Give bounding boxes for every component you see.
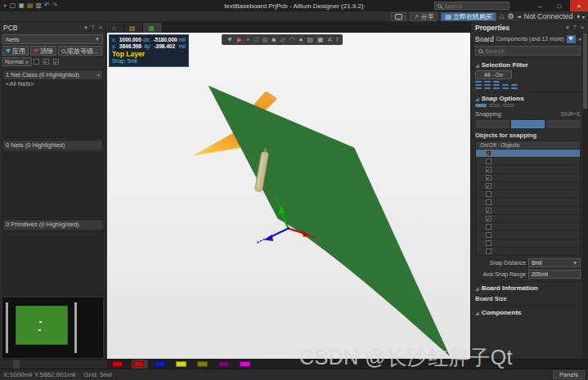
panel-tab-navigator[interactable]: [7, 360, 13, 369]
apply-filter-button[interactable]: 应用: [2, 46, 29, 56]
snapping-segment-0[interactable]: [475, 119, 510, 129]
select-mode-dropdown[interactable]: Normal▼: [2, 57, 32, 66]
arc-tool-icon[interactable]: ◠: [290, 34, 295, 45]
snap-object-row[interactable]: [476, 157, 580, 165]
clear-filter-button[interactable]: 清除: [30, 46, 56, 56]
filter-tracks-button[interactable]: [475, 84, 482, 86]
document-tab-1[interactable]: ▤: [124, 23, 144, 33]
pointer-tool-icon[interactable]: ▼: [227, 34, 233, 45]
scope-selector[interactable]: Components (and 12 more): [496, 36, 564, 42]
place-tool-icon[interactable]: +: [246, 34, 250, 45]
snap-object-row[interactable]: [476, 247, 580, 255]
checkbox-icon[interactable]: ✓: [486, 216, 491, 221]
properties-scrollbar[interactable]: [582, 33, 588, 359]
layer-set-chip[interactable]: [110, 360, 127, 369]
fill-tool-icon[interactable]: ■: [272, 34, 276, 45]
checkbox-icon[interactable]: ✓: [486, 167, 491, 172]
panel-close-icon[interactable]: ×: [99, 25, 102, 31]
snap-options-section[interactable]: ◢Snap Options: [475, 92, 581, 104]
pad-tool-icon[interactable]: ◎: [263, 34, 268, 45]
panel-tab-projects[interactable]: [0, 360, 7, 369]
panel-dropdown-icon[interactable]: ▾: [566, 25, 569, 31]
filter-arcs-button[interactable]: [484, 84, 491, 86]
pcb-3d-canvas[interactable]: x:1000.000 dx:-5180.000 mil y:3846.598 d…: [107, 33, 470, 359]
snap-object-row[interactable]: [476, 239, 580, 247]
layer-chip-4[interactable]: [217, 360, 233, 369]
checkbox-icon[interactable]: ✓: [486, 208, 491, 213]
zoom-level-button[interactable]: 缩放等级...: [58, 46, 102, 56]
document-tab-2[interactable]: ▦: [143, 23, 163, 33]
checkbox-icon[interactable]: [486, 224, 491, 230]
snap-distance-dropdown[interactable]: 8mil▼: [528, 258, 581, 267]
checkbox-icon[interactable]: ✓: [486, 150, 491, 156]
save-icon[interactable]: ▣: [18, 2, 25, 9]
filter-3d-bodies-button[interactable]: [484, 81, 491, 83]
snap-object-row[interactable]: ✓: [476, 181, 580, 190]
filter-polygons-button[interactable]: [475, 87, 482, 89]
checkbox-icon[interactable]: [486, 232, 491, 238]
filter-rooms-button[interactable]: [502, 87, 509, 89]
properties-search[interactable]: [475, 46, 581, 56]
scope-filter-icon[interactable]: [567, 35, 576, 43]
net-class-header[interactable]: 1 Net Class (0 Highlighted)▴: [3, 70, 102, 79]
layer-chip-0[interactable]: [132, 360, 148, 369]
pcb-option-0[interactable]: [34, 59, 41, 65]
comment-button[interactable]: [391, 12, 406, 21]
pcb-filter-mode-select[interactable]: Nets▼: [2, 34, 103, 44]
checkbox-icon[interactable]: ✓: [43, 59, 49, 65]
snap-object-row[interactable]: [476, 230, 580, 239]
undo-icon[interactable]: ↶: [44, 2, 50, 9]
layer-chip-1[interactable]: [153, 360, 169, 369]
line-tool-icon[interactable]: /: [336, 34, 338, 45]
checkbox-icon[interactable]: ✓: [53, 59, 59, 65]
snap-object-row[interactable]: ✓: [476, 165, 580, 173]
checkbox-icon[interactable]: ✓: [486, 183, 491, 189]
nets-header[interactable]: 0 Nets (0 Highlighted): [3, 141, 102, 150]
selection-filter-section[interactable]: ◢Selection Filter: [475, 58, 581, 70]
primitives-header[interactable]: 0 Primitives (0 Highlighted): [3, 220, 102, 229]
home-button[interactable]: ⌂: [500, 12, 504, 20]
share-button[interactable]: ↗分享: [410, 12, 438, 21]
filter-other-button[interactable]: [511, 87, 518, 89]
panel-tab-pcb[interactable]: [13, 360, 20, 369]
components-section[interactable]: ◢Components: [475, 306, 581, 318]
pcb-option-1[interactable]: ✓: [43, 59, 51, 65]
panel-close-icon[interactable]: ×: [581, 25, 584, 31]
all-on-button[interactable]: All - On: [475, 70, 512, 79]
open-folder-icon[interactable]: ▤: [27, 2, 34, 9]
connection-status[interactable]: Not Connected: [517, 12, 572, 20]
axis-snap-range-input[interactable]: 200mil: [528, 270, 581, 279]
checkbox-icon[interactable]: [486, 159, 491, 164]
snap-object-row[interactable]: ✓: [476, 206, 580, 214]
snapping-segment-1[interactable]: [510, 119, 545, 129]
global-search-field[interactable]: [444, 3, 501, 9]
document-tab-0[interactable]: ⌂: [107, 23, 124, 33]
snap-object-row[interactable]: ✓: [476, 149, 580, 157]
snap-object-row[interactable]: [476, 198, 580, 206]
board-preview-thumbnail[interactable]: [2, 297, 103, 358]
checkbox-icon[interactable]: [486, 199, 491, 205]
checkbox-icon[interactable]: [34, 59, 39, 65]
filter-texts-button[interactable]: [493, 87, 500, 89]
room-tool-icon[interactable]: ▣: [317, 34, 324, 45]
filter-keepouts-button[interactable]: [493, 81, 500, 83]
preview-handle-left[interactable]: [6, 302, 8, 353]
settings-gear-button[interactable]: ⚙: [507, 12, 514, 20]
filter-fills-button[interactable]: [484, 87, 491, 89]
snap-object-row[interactable]: [476, 222, 580, 230]
redo-icon[interactable]: ↷: [52, 2, 58, 9]
buy-online-button[interactable]: ▤立即在线购买: [441, 12, 496, 21]
pcb-option-2[interactable]: ✓: [53, 59, 61, 65]
layer-chip-5[interactable]: [238, 360, 254, 369]
snap-object-row[interactable]: [476, 190, 580, 198]
filter-vias-button[interactable]: [502, 84, 509, 86]
panel-dropdown-icon[interactable]: ▾: [84, 25, 88, 31]
orange-wedge-body[interactable]: [193, 132, 241, 156]
maximize-button[interactable]: □: [550, 0, 568, 11]
filter-regions-button[interactable]: [511, 84, 518, 86]
via-tool-icon[interactable]: ●: [299, 34, 303, 45]
layer-chip-3[interactable]: [195, 360, 212, 369]
panel-tab-pcb-filter[interactable]: [20, 360, 26, 369]
panel-pin-icon[interactable]: ⊤: [91, 25, 96, 31]
preview-handle-right[interactable]: [74, 302, 77, 353]
